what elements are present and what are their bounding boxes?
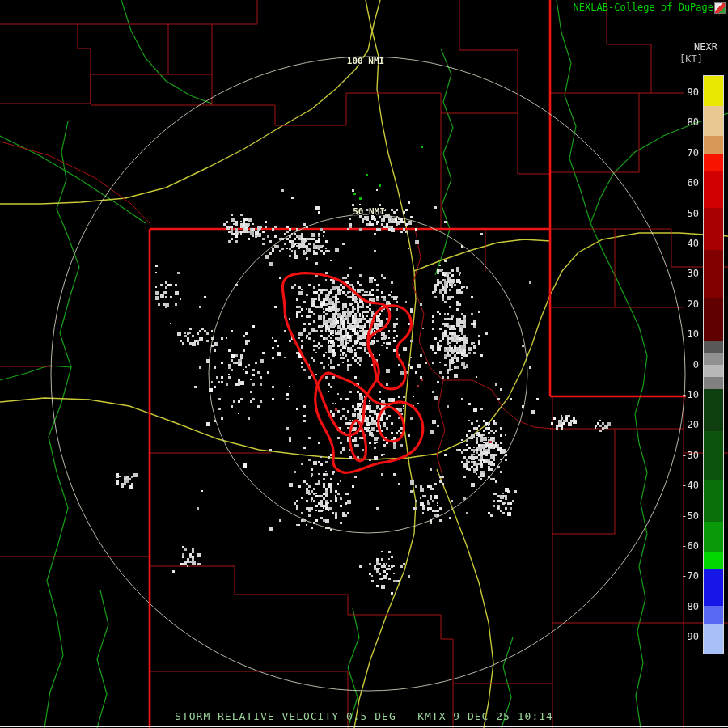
- colorbar-tick-label: -20: [673, 420, 699, 430]
- attribution-text: NEXLAB-College of DuPage: [574, 2, 713, 13]
- colorbar-segment: [704, 389, 723, 431]
- colorbar-tick-label: -60: [673, 541, 699, 551]
- radar-display: NEXLAB-College of DuPage NEXR [KT] 100 N…: [0, 0, 728, 728]
- storm-outline-path: [282, 273, 389, 435]
- colorbar-tick-label: 40: [673, 239, 699, 248]
- colorbar-segment: [704, 298, 723, 341]
- colorbar-tick-label: 50: [673, 209, 699, 218]
- colorbar-segment: [704, 522, 723, 552]
- colorbar-segment: [704, 480, 723, 522]
- colorbar-segment: [704, 250, 723, 298]
- product-code-label: NEXR: [694, 41, 717, 53]
- colorbar-tick-label: -10: [673, 390, 699, 400]
- colorbar-tick-label: 10: [673, 329, 699, 339]
- colorbar-segment: [704, 154, 723, 171]
- colorbar-segment: [704, 208, 723, 250]
- colorbar-tick-label: 90: [673, 87, 699, 97]
- colorbar-tick-label: -70: [673, 571, 699, 581]
- colorbar-segment: [704, 431, 723, 480]
- colorbar-segment: [704, 353, 723, 365]
- range-ring: [209, 214, 527, 533]
- colorbar-tick-label: 80: [673, 117, 699, 127]
- colorbar-segment: [704, 341, 723, 353]
- colorbar-segment: [704, 106, 723, 136]
- dupage-logo-icon: [714, 2, 726, 14]
- storm-overlay: [0, 0, 728, 728]
- storm-outline-path: [379, 407, 404, 442]
- units-label: [KT]: [679, 53, 703, 65]
- colorbar-tick-label: -80: [673, 602, 699, 612]
- colorbar-tick-label: 30: [673, 269, 699, 278]
- colorbar-segment: [704, 171, 723, 208]
- colorbar-tick-label: -90: [673, 632, 699, 641]
- colorbar-segment: [704, 365, 723, 377]
- colorbar-segment: [704, 76, 723, 106]
- colorbar-segment: [704, 552, 723, 569]
- colorbar-tick-label: 20: [673, 299, 699, 309]
- colorbar-tick-label: -50: [673, 511, 699, 521]
- storm-outline-path: [349, 421, 366, 461]
- colorbar-tick-label: -40: [673, 480, 699, 490]
- range-ring: [51, 57, 685, 691]
- colorbar-segment: [704, 136, 723, 154]
- colorbar-segment: [704, 569, 723, 606]
- colorbar-tick-label: 60: [673, 178, 699, 188]
- velocity-colorbar: [703, 75, 724, 654]
- range-ring-label-50nmi: 50 NMI: [341, 206, 397, 217]
- colorbar-tick-label: 0: [673, 360, 699, 370]
- colorbar-segment: [704, 624, 723, 654]
- storm-outline-path: [315, 373, 423, 472]
- colorbar-tick-label: -30: [673, 451, 699, 460]
- colorbar-tick-label: 70: [673, 148, 699, 158]
- colorbar-segment: [704, 377, 723, 389]
- footer-divider: [0, 726, 728, 727]
- colorbar-segment: [704, 606, 723, 624]
- product-caption: STORM RELATIVE VELOCITY 0.5 DEG - KMTX 9…: [0, 710, 728, 722]
- range-ring-label-100nmi: 100 NMI: [337, 56, 394, 66]
